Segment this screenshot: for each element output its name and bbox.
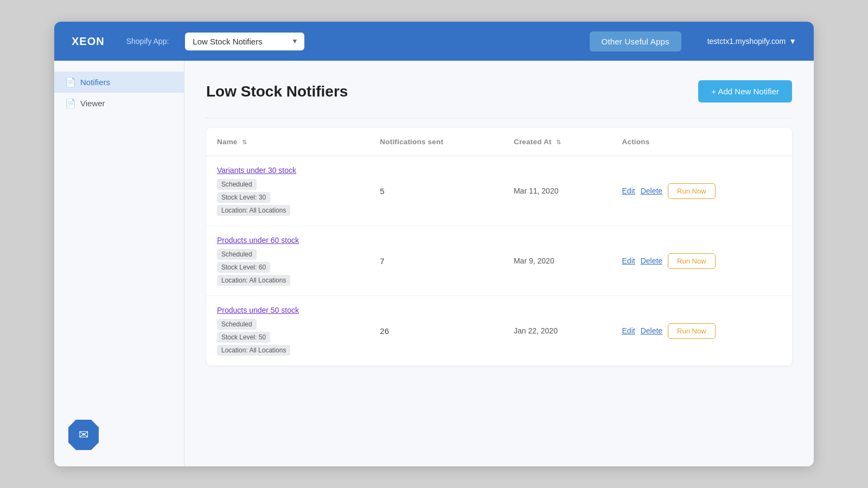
col-name: Name ⇅ xyxy=(206,128,369,156)
tag: Location: All Locations xyxy=(217,345,290,356)
table-row: Products under 60 stockScheduledStock Le… xyxy=(206,226,792,296)
tag: Scheduled xyxy=(217,249,257,260)
actions-group: EditDeleteRun Now xyxy=(622,183,781,199)
sort-icon: ⇅ xyxy=(242,139,247,145)
col-created-at: Created At ⇅ xyxy=(503,128,611,156)
tag: Location: All Locations xyxy=(217,275,290,286)
tags-cell: ScheduledStock Level: 30Location: All Lo… xyxy=(217,179,358,216)
table-row: Products under 50 stockScheduledStock Le… xyxy=(206,296,792,366)
notifier-name-link[interactable]: Products under 50 stock xyxy=(217,306,358,314)
notifications-count: 5 xyxy=(380,187,384,196)
created-at-value: Mar 9, 2020 xyxy=(514,256,554,265)
created-at-value: Mar 11, 2020 xyxy=(514,187,559,195)
store-name: testctx1.myshopify.com xyxy=(707,37,786,46)
document-icon: 📄 xyxy=(65,98,75,108)
actions-cell: EditDeleteRun Now xyxy=(611,226,792,296)
content-header: Low Stock Notifiers + Add New Notifier xyxy=(206,80,792,102)
sort-icon: ⇅ xyxy=(556,139,561,145)
delete-link[interactable]: Delete xyxy=(641,256,662,265)
edit-link[interactable]: Edit xyxy=(622,187,635,195)
sidebar-item-viewer[interactable]: 📄 Viewer xyxy=(54,93,184,114)
notifications-sent-cell: 26 xyxy=(369,296,503,366)
notifier-name-cell: Variants under 30 stockScheduledStock Le… xyxy=(206,156,369,226)
actions-cell: EditDeleteRun Now xyxy=(611,156,792,226)
col-notifications-sent: Notifications sent xyxy=(369,128,503,156)
notifications-sent-cell: 5 xyxy=(369,156,503,226)
notifier-name-cell: Products under 50 stockScheduledStock Le… xyxy=(206,296,369,366)
shopify-label: Shopify App: xyxy=(126,37,169,46)
col-actions: Actions xyxy=(611,128,792,156)
run-now-button[interactable]: Run Now xyxy=(668,183,715,199)
tags-cell: ScheduledStock Level: 60Location: All Lo… xyxy=(217,249,358,286)
actions-group: EditDeleteRun Now xyxy=(622,323,781,339)
sidebar-item-label: Viewer xyxy=(80,99,105,108)
sidebar-item-label: Notifiers xyxy=(80,78,110,87)
notifications-sent-cell: 7 xyxy=(369,226,503,296)
notifiers-table-container: Name ⇅ Notifications sent Created At ⇅ xyxy=(206,128,792,365)
app-select[interactable]: Low Stock Notifiers xyxy=(185,33,304,50)
notifier-name-link[interactable]: Variants under 30 stock xyxy=(217,166,358,175)
chevron-down-icon: ▼ xyxy=(789,37,796,46)
add-new-notifier-button[interactable]: + Add New Notifier xyxy=(698,80,792,102)
created-at-cell: Mar 9, 2020 xyxy=(503,226,611,296)
tag: Stock Level: 60 xyxy=(217,262,270,273)
delete-link[interactable]: Delete xyxy=(641,326,662,335)
run-now-button[interactable]: Run Now xyxy=(668,253,715,269)
chat-fab[interactable]: ✉ xyxy=(68,420,99,450)
notifiers-table: Name ⇅ Notifications sent Created At ⇅ xyxy=(206,128,792,365)
table-header-row: Name ⇅ Notifications sent Created At ⇅ xyxy=(206,128,792,156)
actions-group: EditDeleteRun Now xyxy=(622,253,781,269)
sidebar: 📄 Notifiers 📄 Viewer ✉ xyxy=(54,61,184,466)
main-content: Low Stock Notifiers + Add New Notifier N… xyxy=(184,61,814,466)
tags-cell: ScheduledStock Level: 50Location: All Lo… xyxy=(217,319,358,356)
app-select-wrapper: Low Stock Notifiers ▼ xyxy=(185,33,304,50)
run-now-button[interactable]: Run Now xyxy=(668,323,715,339)
notifier-name-link[interactable]: Products under 60 stock xyxy=(217,236,358,245)
tag: Stock Level: 50 xyxy=(217,332,270,343)
navbar: XEON Shopify App: Low Stock Notifiers ▼ … xyxy=(54,22,814,61)
document-icon: 📄 xyxy=(65,77,75,87)
tag: Location: All Locations xyxy=(217,205,290,216)
edit-link[interactable]: Edit xyxy=(622,326,635,335)
notifications-count: 26 xyxy=(380,326,389,336)
notifier-name-cell: Products under 60 stockScheduledStock Le… xyxy=(206,226,369,296)
store-selector[interactable]: testctx1.myshopify.com ▼ xyxy=(707,37,796,46)
page-title: Low Stock Notifiers xyxy=(206,83,348,100)
delete-link[interactable]: Delete xyxy=(641,187,662,195)
created-at-value: Jan 22, 2020 xyxy=(514,326,558,335)
notifications-count: 7 xyxy=(380,256,384,266)
tag: Stock Level: 30 xyxy=(217,192,270,203)
brand-logo: XEON xyxy=(72,35,105,48)
mail-icon: ✉ xyxy=(79,428,88,442)
created-at-cell: Jan 22, 2020 xyxy=(503,296,611,366)
tag: Scheduled xyxy=(217,319,257,330)
edit-link[interactable]: Edit xyxy=(622,256,635,265)
header-divider xyxy=(206,118,792,118)
created-at-cell: Mar 11, 2020 xyxy=(503,156,611,226)
other-useful-apps-button[interactable]: Other Useful Apps xyxy=(590,31,681,52)
table-row: Variants under 30 stockScheduledStock Le… xyxy=(206,156,792,226)
sidebar-item-notifiers[interactable]: 📄 Notifiers xyxy=(54,72,184,93)
actions-cell: EditDeleteRun Now xyxy=(611,296,792,366)
tag: Scheduled xyxy=(217,179,257,190)
